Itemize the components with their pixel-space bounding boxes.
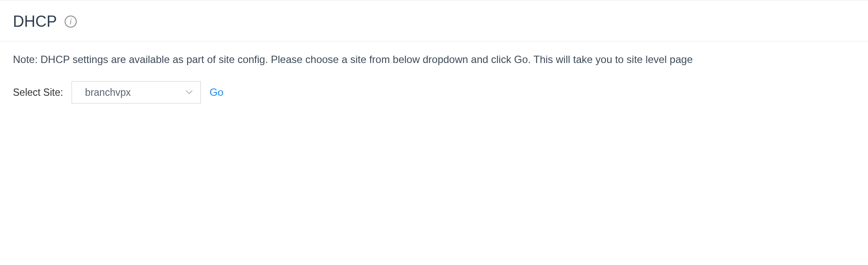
site-dropdown-value: branchvpx — [85, 87, 131, 98]
select-site-label: Select Site: — [13, 87, 63, 98]
go-button[interactable]: Go — [209, 86, 223, 98]
note-text: Note: DHCP settings are available as par… — [13, 54, 855, 66]
select-site-row: Select Site: branchvpx Go — [13, 81, 855, 104]
page-title: DHCP — [13, 13, 57, 31]
content-area: Note: DHCP settings are available as par… — [0, 41, 868, 116]
site-dropdown[interactable]: branchvpx — [72, 81, 201, 104]
info-icon-glyph: i — [70, 18, 72, 25]
chevron-down-icon — [186, 89, 193, 96]
page-header: DHCP i — [0, 0, 868, 41]
info-icon[interactable]: i — [65, 16, 77, 28]
